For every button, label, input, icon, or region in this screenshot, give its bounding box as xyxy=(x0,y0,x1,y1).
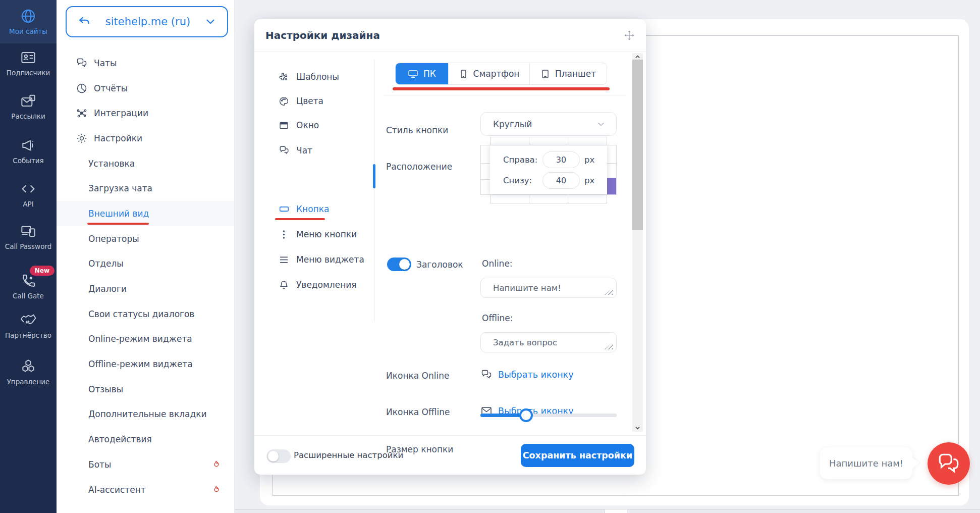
sidebar-item-label: Управление xyxy=(7,378,50,386)
button-style-select[interactable]: Круглый xyxy=(480,112,617,136)
tab-label: Чат xyxy=(296,145,312,156)
tab-window[interactable]: Окно xyxy=(279,115,319,135)
toggle-knob xyxy=(399,259,410,270)
menu-item-dialogs[interactable]: Диалоги xyxy=(57,276,234,301)
menu-item-appearance[interactable]: Внешний вид xyxy=(57,201,234,226)
menu-item-chat-loading[interactable]: Загрузка чата xyxy=(57,176,234,201)
picker-gridline xyxy=(529,195,529,203)
menu-item-chats[interactable]: Чаты xyxy=(57,50,234,76)
menu-item-online-mode[interactable]: Online-режим виджета xyxy=(57,327,234,352)
tab-notifications[interactable]: Уведомления xyxy=(279,275,357,295)
picker-selected-cell[interactable] xyxy=(607,178,616,194)
content-divider xyxy=(384,95,626,95)
resize-handle-icon[interactable] xyxy=(605,287,613,295)
chat-widget-button[interactable] xyxy=(928,442,970,485)
sidebar-item-events[interactable]: События xyxy=(0,137,57,165)
offset-bottom-row: Снизу: px xyxy=(503,171,607,189)
back-arrow-icon[interactable] xyxy=(77,14,92,29)
device-tab-pc[interactable]: ПК xyxy=(396,63,448,84)
offset-bottom-unit: px xyxy=(584,176,594,185)
menu-item-settings[interactable]: Настройки xyxy=(57,126,234,151)
menu-item-bots[interactable]: Боты xyxy=(57,452,234,477)
position-offset-panel: Справа: px Снизу: px xyxy=(490,145,607,194)
sidebar-item-api[interactable]: API xyxy=(0,181,57,209)
chat-bubbles-icon xyxy=(480,369,493,381)
integrations-icon xyxy=(76,107,88,119)
modal-scrollbar[interactable] xyxy=(632,53,643,432)
sidebar-item-label: Рассылки xyxy=(11,113,45,121)
tab-widget-menu[interactable]: Меню виджета xyxy=(279,249,364,270)
menu-item-offline-mode[interactable]: Offline-режим виджета xyxy=(57,351,234,377)
menu-item-custom-dialog-statuses[interactable]: Свои статусы диалогов xyxy=(57,301,234,327)
menu-item-label: Свои статусы диалогов xyxy=(88,309,194,319)
picker-gridline xyxy=(568,195,568,203)
menu-item-operators[interactable]: Операторы xyxy=(57,226,234,251)
menu-item-reports[interactable]: Отчёты xyxy=(57,76,234,101)
resize-handle-icon[interactable] xyxy=(605,342,613,349)
offset-right-row: Справа: px xyxy=(503,150,607,169)
offset-bottom-input[interactable] xyxy=(542,172,580,189)
tab-chat[interactable]: Чат xyxy=(279,140,312,161)
position-picker[interactable]: Справа: px Снизу: px xyxy=(480,137,617,203)
offset-right-input[interactable] xyxy=(542,151,580,168)
picker-top-row[interactable] xyxy=(490,137,607,145)
offline-text-input[interactable]: Задать вопрос xyxy=(480,332,617,352)
online-text-input[interactable]: Напишите нам! xyxy=(480,278,617,298)
offset-bottom-label: Снизу: xyxy=(503,176,542,185)
slider-thumb[interactable] xyxy=(519,408,533,422)
menu-item-ai-assistant[interactable]: AI-ассистент xyxy=(57,477,234,502)
position-label: Расположение xyxy=(386,162,452,172)
sidebar-item-management[interactable]: Управление xyxy=(0,358,57,386)
devices-icon xyxy=(20,223,36,239)
menu-item-label: Отчёты xyxy=(94,83,128,93)
tab-button[interactable]: Кнопка xyxy=(279,199,329,219)
sidebar-item-my-sites[interactable]: Мои сайты xyxy=(0,0,57,43)
menu-item-installation[interactable]: Установка xyxy=(57,151,234,176)
modal-scrollbar-thumb[interactable] xyxy=(632,60,643,230)
advanced-settings-toggle[interactable] xyxy=(266,449,291,463)
tab-label: Цвета xyxy=(296,96,323,106)
menu-item-label: AI-ассистент xyxy=(88,485,146,495)
menu-item-auto-actions[interactable]: Автодействия xyxy=(57,427,234,452)
device-tab-smartphone[interactable]: Смартфон xyxy=(448,63,529,84)
menu-item-label: Операторы xyxy=(88,234,139,244)
move-icon[interactable] xyxy=(624,30,635,41)
sidebar-item-call-gate[interactable]: New Call Gate xyxy=(0,273,57,300)
header-toggle-label: Заголовок xyxy=(416,260,463,270)
menu-item-label: Offline-режим виджета xyxy=(88,359,193,369)
sidebar-item-partnership[interactable]: Партнёрство xyxy=(0,312,57,340)
sidebar-item-mailings[interactable]: Рассылки xyxy=(0,93,57,121)
tab-button-menu[interactable]: Меню кнопки xyxy=(279,224,357,244)
button-size-slider[interactable] xyxy=(480,414,617,417)
icon-online-label: Иконка Online xyxy=(386,371,449,381)
modal-tab-column: Шаблоны Цвета Окно Чат Кнопка Меню кнопк… xyxy=(254,52,374,435)
menu-item-integrations[interactable]: Интеграции xyxy=(57,100,234,126)
picker-bottom-row[interactable] xyxy=(490,194,607,203)
horizontal-scrollbar[interactable] xyxy=(235,509,980,513)
menu-item-label: Настройки xyxy=(94,133,142,143)
menu-item-extra-tabs[interactable]: Дополнительные вкладки xyxy=(57,402,234,427)
save-settings-button[interactable]: Сохранить настройки xyxy=(521,444,634,467)
tab-templates[interactable]: Шаблоны xyxy=(279,67,339,87)
id-card-icon xyxy=(20,49,36,66)
site-selector[interactable]: sitehelp.me (ru) xyxy=(66,6,228,37)
sidebar-item-label: Подписчики xyxy=(7,69,50,77)
chevron-down-icon[interactable] xyxy=(204,15,217,28)
header-toggle[interactable] xyxy=(387,258,411,271)
sidebar-item-subscribers[interactable]: Подписчики xyxy=(0,49,57,77)
horizontal-scrollbar-thumb[interactable] xyxy=(605,509,627,513)
scroll-up-icon[interactable] xyxy=(635,54,640,60)
sidebar-item-label: Партнёрство xyxy=(5,332,51,340)
chats-icon xyxy=(76,57,88,69)
tab-colors[interactable]: Цвета xyxy=(279,91,323,111)
slider-fill xyxy=(480,414,525,417)
choose-online-icon-link[interactable]: Выбрать иконку xyxy=(498,370,574,380)
scroll-down-icon[interactable] xyxy=(635,425,640,431)
device-tab-tablet[interactable]: Планшет xyxy=(529,63,607,84)
button-style-label: Стиль кнопки xyxy=(386,125,448,135)
sidebar-item-label: Call Password xyxy=(5,243,52,251)
menu-item-reviews[interactable]: Отзывы xyxy=(57,377,234,402)
menu-item-departments[interactable]: Отделы xyxy=(57,251,234,277)
chat-widget-tooltip[interactable]: Напишите нам! xyxy=(820,447,912,479)
sidebar-item-call-password[interactable]: Call Password xyxy=(0,223,57,251)
